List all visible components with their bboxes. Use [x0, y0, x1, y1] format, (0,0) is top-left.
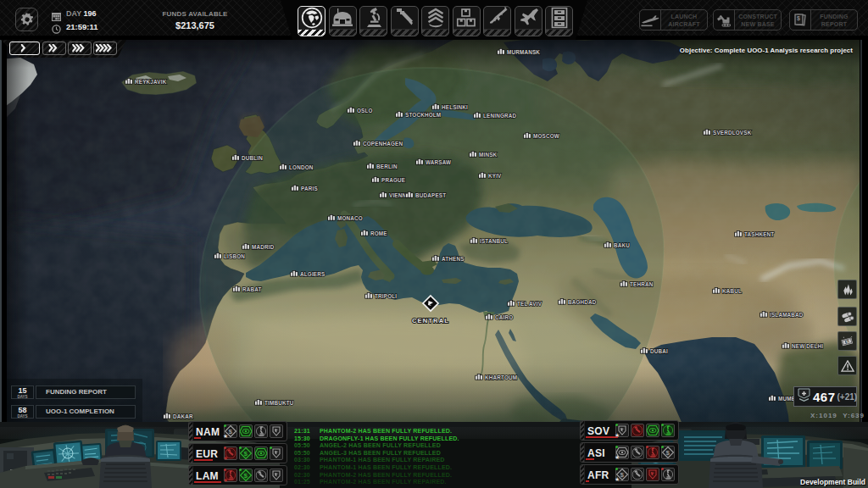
svg-text:RABAT: RABAT	[242, 286, 262, 292]
svg-text:PRAGUE: PRAGUE	[381, 177, 405, 183]
svg-text:PARIS: PARIS	[301, 186, 318, 191]
svg-text:DUBLIN: DUBLIN	[242, 155, 263, 161]
svg-text:LENINGRAD: LENINGRAD	[483, 113, 516, 119]
svg-text:KABUL: KABUL	[722, 288, 742, 294]
svg-text:BAKU: BAKU	[614, 242, 630, 248]
svg-text:$: $	[666, 449, 670, 457]
svg-text:ISTANBUL: ISTANBUL	[480, 238, 508, 244]
svg-text:CAIRO: CAIRO	[495, 314, 513, 320]
svg-text:TASHKENT: TASHKENT	[744, 231, 774, 237]
svg-text:REYKJAVIK: REYKJAVIK	[135, 79, 167, 85]
svg-text:BAGHDAD: BAGHDAD	[568, 299, 597, 305]
svg-text:KYIV: KYIV	[488, 173, 502, 179]
svg-text:$: $	[229, 428, 233, 435]
svg-text:DUBAI: DUBAI	[650, 348, 668, 354]
svg-text:STOCKHOLM: STOCKHOLM	[405, 112, 441, 118]
svg-text:WARSAW: WARSAW	[426, 159, 451, 165]
svg-text:ATHENS: ATHENS	[442, 256, 465, 262]
svg-text:BERLIN: BERLIN	[376, 164, 398, 169]
svg-text:$: $	[244, 472, 248, 480]
svg-text:KHARTOUM: KHARTOUM	[485, 374, 517, 380]
svg-text:MINSK: MINSK	[479, 152, 498, 158]
svg-text:NEW DELHI: NEW DELHI	[792, 343, 823, 349]
svg-text:MURMANSK: MURMANSK	[507, 49, 540, 55]
svg-text:$: $	[244, 450, 248, 458]
svg-text:DAKAR: DAKAR	[173, 413, 193, 419]
svg-text:LISBON: LISBON	[224, 253, 245, 259]
svg-text:OSLO: OSLO	[357, 108, 373, 114]
svg-text:ALGIERS: ALGIERS	[300, 271, 325, 277]
svg-text:TIMBUKTU: TIMBUKTU	[264, 400, 294, 406]
svg-text:HELSINKI: HELSINKI	[442, 104, 468, 110]
svg-text:ROME: ROME	[370, 230, 387, 236]
svg-text:CENTRAL: CENTRAL	[412, 317, 449, 324]
svg-text:BUDAPEST: BUDAPEST	[415, 192, 446, 198]
svg-text:$: $	[620, 471, 625, 479]
svg-text:TEHRAN: TEHRAN	[630, 281, 654, 287]
svg-text:COPENHAGEN: COPENHAGEN	[363, 141, 403, 147]
svg-text:TRIPOLI: TRIPOLI	[375, 293, 397, 299]
svg-text:LONDON: LONDON	[289, 164, 314, 170]
svg-text:MONACO: MONACO	[337, 215, 363, 221]
svg-text:MOSCOW: MOSCOW	[533, 133, 559, 139]
svg-text:SVERDLOVSK: SVERDLOVSK	[713, 130, 752, 136]
svg-text:ISLAMABAD: ISLAMABAD	[770, 312, 804, 318]
svg-text:$: $	[797, 15, 800, 22]
svg-text:TEL AVIV: TEL AVIV	[517, 301, 542, 307]
svg-text:MADRID: MADRID	[252, 244, 275, 250]
